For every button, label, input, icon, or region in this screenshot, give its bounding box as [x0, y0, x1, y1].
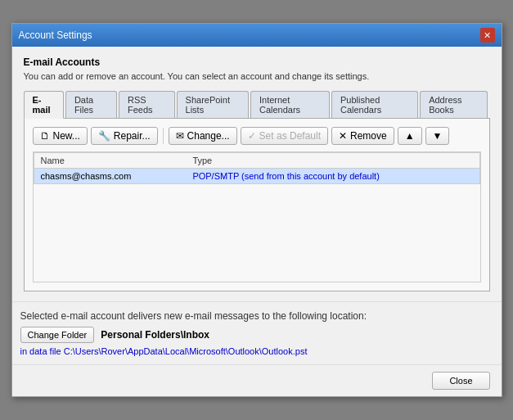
tab-published-calendars[interactable]: Published Calendars — [331, 91, 418, 118]
account-type: POP/SMTP (send from this account by defa… — [186, 169, 479, 184]
toolbar-separator-1 — [163, 128, 164, 144]
col-header-name: Name — [34, 153, 186, 169]
change-button[interactable]: ✉ Change... — [169, 127, 237, 145]
data-file-path: in data file C:\Users\Rover\AppData\Loca… — [20, 346, 493, 356]
change-label: Change... — [187, 130, 230, 142]
tab-sharepoint-lists[interactable]: SharePoint Lists — [177, 91, 249, 118]
table-body: chasms@chasms.com POP/SMTP (send from th… — [34, 169, 479, 184]
accounts-table: Name Type chasms@chasms.com POP/SMTP (se… — [34, 152, 480, 184]
col-header-type: Type — [186, 153, 479, 169]
tab-internet-calendars[interactable]: Internet Calendars — [250, 91, 330, 118]
title-bar: Account Settings ✕ — [12, 24, 502, 47]
table-header: Name Type — [34, 153, 479, 169]
accounts-toolbar: 🗋 New... 🔧 Repair... ✉ Change... ✓ Set a… — [33, 127, 481, 145]
section-title: E-mail Accounts — [24, 56, 490, 68]
account-name: chasms@chasms.com — [34, 169, 186, 184]
window-title: Account Settings — [19, 29, 92, 41]
change-folder-button[interactable]: Change Folder — [20, 327, 95, 343]
tab-address-books[interactable]: Address Books — [420, 91, 488, 118]
tab-content-email: 🗋 New... 🔧 Repair... ✉ Change... ✓ Set a… — [24, 119, 490, 291]
change-icon: ✉ — [176, 130, 184, 142]
delivery-label: Selected e-mail account delivers new e-m… — [20, 310, 493, 322]
section-description: You can add or remove an account. You ca… — [24, 71, 490, 81]
remove-button[interactable]: ✕ Remove — [331, 127, 394, 145]
close-button[interactable]: Close — [432, 372, 489, 390]
folder-name: Personal Folders\Inbox — [101, 329, 209, 341]
footer: Close — [12, 364, 502, 396]
tab-data-files[interactable]: Data Files — [65, 91, 117, 118]
new-button[interactable]: 🗋 New... — [33, 127, 88, 145]
set-default-icon: ✓ — [248, 130, 256, 142]
repair-button[interactable]: 🔧 Repair... — [91, 127, 158, 145]
table-row[interactable]: chasms@chasms.com POP/SMTP (send from th… — [34, 169, 479, 184]
remove-label: Remove — [350, 130, 387, 142]
account-settings-window: Account Settings ✕ E-mail Accounts You c… — [11, 23, 502, 397]
remove-icon: ✕ — [339, 130, 347, 142]
new-icon: 🗋 — [40, 130, 50, 142]
delivery-info-section: Selected e-mail account delivers new e-m… — [12, 301, 502, 364]
main-content: E-mail Accounts You can add or remove an… — [12, 47, 502, 301]
repair-icon: 🔧 — [98, 130, 110, 142]
down-arrow-icon: ▼ — [433, 130, 443, 142]
accounts-table-wrapper: Name Type chasms@chasms.com POP/SMTP (se… — [33, 151, 481, 282]
new-label: New... — [53, 130, 80, 142]
set-default-button[interactable]: ✓ Set as Default — [241, 127, 328, 145]
tab-bar: E-mail Data Files RSS Feeds SharePoint L… — [24, 91, 490, 119]
repair-label: Repair... — [114, 130, 151, 142]
up-arrow-icon: ▲ — [405, 130, 415, 142]
set-default-label: Set as Default — [259, 130, 321, 142]
window-close-button[interactable]: ✕ — [480, 28, 495, 43]
move-up-button[interactable]: ▲ — [398, 127, 422, 145]
tab-rss-feeds[interactable]: RSS Feeds — [119, 91, 175, 118]
tab-email[interactable]: E-mail — [24, 91, 64, 119]
move-down-button[interactable]: ▼ — [425, 127, 450, 145]
folder-row: Change Folder Personal Folders\Inbox — [20, 327, 493, 343]
